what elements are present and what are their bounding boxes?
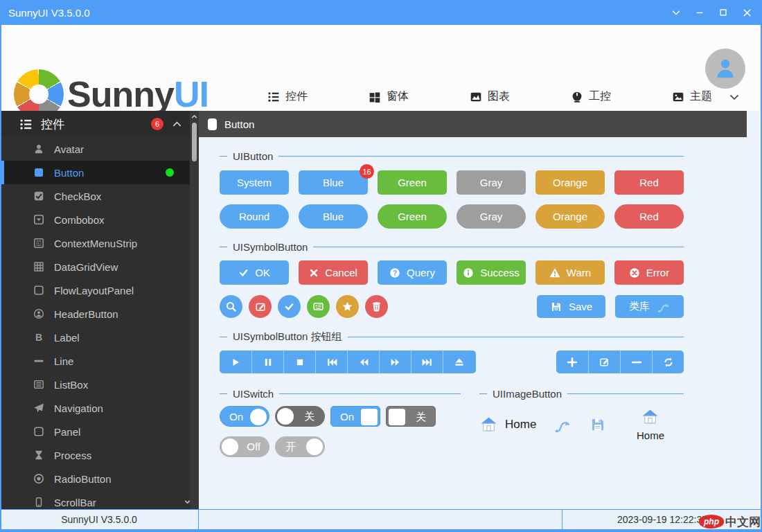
php-cn-watermark: php 中文网 — [699, 513, 761, 531]
orange-button[interactable]: Orange — [535, 170, 605, 195]
sidebar-item-panel[interactable]: Panel — [1, 420, 199, 443]
edit-icon[interactable] — [588, 351, 620, 373]
nav-item-industrial[interactable]: 工控 — [571, 89, 611, 104]
radio-icon — [33, 473, 44, 484]
close-icon[interactable] — [737, 3, 756, 21]
sidebar-item-datagridview[interactable]: DataGridView — [1, 255, 199, 278]
error-button[interactable]: Error — [614, 260, 684, 285]
sidebar-item-combobox[interactable]: Combobox — [1, 208, 199, 231]
shuffle-icon — [656, 300, 670, 314]
switch-square-off[interactable]: 关 — [386, 406, 436, 427]
check-icon — [238, 267, 249, 278]
minimize-icon[interactable] — [690, 3, 709, 21]
media-toolbar — [220, 351, 476, 373]
sidebar-item-scrollbar[interactable]: ScrollBar — [1, 490, 199, 509]
round-gray-button[interactable]: Gray — [457, 204, 526, 229]
switch-row1: On 关 On 关 — [220, 406, 461, 427]
nav-chevron-down-icon[interactable] — [729, 91, 740, 103]
nav-item-charts[interactable]: 图表 — [470, 89, 510, 104]
route-shuffle-icon[interactable] — [553, 416, 572, 434]
sidebar-item-checkbox[interactable]: CheckBox — [1, 184, 199, 208]
id-card-icon[interactable] — [307, 295, 330, 318]
square-outline-icon — [33, 285, 44, 296]
trash-icon[interactable] — [365, 295, 388, 318]
sidebar-item-line[interactable]: Line — [1, 349, 199, 373]
query-button[interactable]: ? Query — [378, 260, 447, 285]
scroll-down-icon[interactable] — [183, 497, 192, 506]
svg-text:B: B — [35, 332, 42, 343]
warning-triangle-icon — [549, 267, 560, 278]
user-avatar[interactable] — [705, 48, 745, 89]
nav-item-controls[interactable]: 控件 — [267, 89, 308, 104]
scrollbar-thumb[interactable] — [192, 123, 197, 161]
home-image-button[interactable]: Home — [479, 416, 536, 434]
star-icon[interactable] — [336, 295, 359, 318]
switch-round-off[interactable]: 关 — [275, 406, 325, 427]
success-button[interactable]: Success — [457, 260, 526, 285]
red-button[interactable]: Red — [614, 170, 684, 195]
switch-square-on[interactable]: On — [330, 406, 380, 427]
stop-icon[interactable] — [283, 351, 315, 373]
skip-start-icon[interactable] — [315, 351, 347, 373]
round-red-button[interactable]: Red — [614, 204, 684, 229]
search-icon[interactable] — [220, 295, 242, 318]
pause-icon[interactable] — [251, 351, 283, 373]
sidebar-item-listbox[interactable]: ListBox — [1, 373, 199, 396]
scroll-up-icon[interactable] — [190, 112, 199, 121]
sidebar-header-controls[interactable]: 控件 6 — [1, 111, 199, 137]
sidebar-count-badge: 6 — [151, 118, 163, 130]
save-button[interactable]: Save — [537, 295, 605, 318]
home-image-button-vertical[interactable]: Home — [637, 408, 664, 441]
cancel-button[interactable]: Cancel — [299, 260, 368, 285]
group-buttongroup-title: UISymbolButton 按钮组 — [220, 328, 684, 346]
switch-disabled-off[interactable]: Off — [220, 436, 269, 457]
sidebar-scrollbar[interactable] — [190, 111, 199, 509]
sidebar-item-navigation[interactable]: Navigation — [1, 396, 199, 420]
collapse-chevron-up-icon[interactable] — [172, 119, 182, 130]
nav-item-themes[interactable]: 主题 — [672, 89, 712, 104]
main-panel: Button UIButton System Blue 16 Green Gra… — [199, 111, 759, 509]
round-orange-button[interactable]: Orange — [535, 204, 605, 229]
switch-round-on[interactable]: On — [220, 406, 269, 427]
list-icon — [267, 91, 280, 103]
minus-icon[interactable] — [620, 351, 652, 373]
group-uiswitch-title: UISwitch — [220, 384, 461, 402]
rewind-icon[interactable] — [347, 351, 379, 373]
sidebar-item-contextmenustrip[interactable]: ContextMenuStrip — [1, 231, 199, 255]
sidebar-item-radiobutton[interactable]: RadioButton — [1, 467, 199, 490]
system-button[interactable]: System — [220, 170, 289, 195]
skip-end-icon[interactable] — [411, 351, 443, 373]
round-blue-button[interactable]: Blue — [299, 204, 368, 229]
play-icon[interactable] — [220, 351, 251, 373]
warn-button[interactable]: Warn — [535, 260, 605, 285]
plus-icon[interactable] — [556, 351, 588, 373]
extend-chevron-icon[interactable] — [666, 3, 686, 21]
library-button[interactable]: 类库 — [615, 295, 684, 318]
switch-knob — [277, 408, 294, 425]
fast-forward-icon[interactable] — [379, 351, 411, 373]
brand-wordmark: SunnyUI — [67, 72, 209, 116]
green-button[interactable]: Green — [378, 170, 447, 195]
nav-item-forms[interactable]: 窗体 — [369, 89, 409, 104]
maximize-icon[interactable] — [714, 3, 733, 21]
blue-button[interactable]: Blue 16 — [299, 170, 368, 195]
sidebar-item-avatar[interactable]: Avatar — [1, 137, 199, 161]
round-green-button[interactable]: Green — [378, 204, 447, 229]
ok-button[interactable]: OK — [220, 260, 289, 285]
sidebar-item-label[interactable]: B Label — [1, 326, 199, 349]
sidebar-item-button[interactable]: Button — [1, 161, 199, 184]
titlebar: SunnyUI V3.5.0.0 — [0, 0, 762, 25]
sidebar-item-headerbutton[interactable]: HeaderButton — [1, 302, 199, 326]
edit-card-icon[interactable] — [249, 295, 272, 318]
round-button[interactable]: Round — [220, 204, 289, 229]
gray-button[interactable]: Gray — [457, 170, 526, 195]
sidebar-item-process[interactable]: Process — [1, 443, 199, 467]
eject-icon[interactable] — [443, 351, 475, 373]
chart-icon — [470, 91, 482, 103]
check-circle-icon[interactable] — [278, 295, 301, 318]
floppy-image-icon[interactable] — [590, 416, 606, 433]
checkbox-icon — [33, 190, 44, 202]
switch-disabled-on[interactable]: 开 — [275, 436, 325, 457]
sidebar-item-flowlayoutpanel[interactable]: FlowLayoutPanel — [1, 278, 199, 302]
refresh-icon[interactable] — [652, 351, 684, 373]
